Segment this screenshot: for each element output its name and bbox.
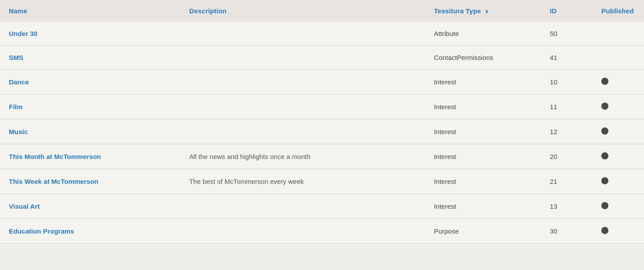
cell-name[interactable]: Education Programs xyxy=(0,219,180,244)
cell-tessitura-type: Interest xyxy=(425,70,541,95)
cell-description xyxy=(180,194,425,219)
cell-description xyxy=(180,219,425,244)
cell-tessitura-type: Interest xyxy=(425,144,541,169)
published-indicator xyxy=(601,177,608,184)
column-header-tessitura-type[interactable]: Tessitura Type ∨ xyxy=(425,0,541,22)
cell-id: 12 xyxy=(541,119,592,144)
table-row[interactable]: Visual ArtInterest13 xyxy=(0,194,644,219)
column-header-id: ID xyxy=(541,0,592,22)
cell-tessitura-type: ContactPermissions xyxy=(425,46,541,70)
cell-name[interactable]: This Month at McTommerson xyxy=(0,144,180,169)
table-row[interactable]: Under 30Attribute50 xyxy=(0,22,644,46)
cell-id: 21 xyxy=(541,169,592,194)
cell-name[interactable]: Dance xyxy=(0,70,180,95)
cell-published xyxy=(592,169,644,194)
cell-published xyxy=(592,22,644,46)
cell-tessitura-type: Interest xyxy=(425,119,541,144)
cell-description: The best of McTommerson every week xyxy=(180,169,425,194)
published-indicator xyxy=(601,103,608,110)
cell-tessitura-type: Interest xyxy=(425,95,541,119)
column-header-name: Name xyxy=(0,0,180,22)
cell-name[interactable]: This Week at McTommerson xyxy=(0,169,180,194)
published-indicator xyxy=(601,227,608,234)
table-row[interactable]: Education ProgramsPurpose30 xyxy=(0,219,644,244)
column-header-description: Description xyxy=(180,0,425,22)
cell-name[interactable]: Under 30 xyxy=(0,22,180,46)
cell-published xyxy=(592,144,644,169)
cell-tessitura-type: Purpose xyxy=(425,219,541,244)
cell-id: 50 xyxy=(541,22,592,46)
cell-id: 30 xyxy=(541,219,592,244)
table-row[interactable]: SMSContactPermissions41 xyxy=(0,46,644,70)
cell-id: 13 xyxy=(541,194,592,219)
cell-published xyxy=(592,46,644,70)
cell-id: 41 xyxy=(541,46,592,70)
table-row[interactable]: This Month at McTommersonAll the news an… xyxy=(0,144,644,169)
table-row[interactable]: DanceInterest10 xyxy=(0,70,644,95)
cell-description xyxy=(180,95,425,119)
published-indicator xyxy=(601,202,608,209)
cell-published xyxy=(592,119,644,144)
cell-published xyxy=(592,219,644,244)
sort-icon: ∨ xyxy=(485,8,489,15)
cell-description xyxy=(180,46,425,70)
data-table: Name Description Tessitura Type ∨ ID Pub… xyxy=(0,0,644,244)
cell-published xyxy=(592,194,644,219)
cell-published xyxy=(592,95,644,119)
table-row[interactable]: MusicInterest12 xyxy=(0,119,644,144)
cell-description xyxy=(180,22,425,46)
table-header-row: Name Description Tessitura Type ∨ ID Pub… xyxy=(0,0,644,22)
column-header-published: Published xyxy=(592,0,644,22)
cell-id: 11 xyxy=(541,95,592,119)
cell-id: 20 xyxy=(541,144,592,169)
published-indicator xyxy=(601,127,608,135)
cell-name[interactable]: Visual Art xyxy=(0,194,180,219)
cell-tessitura-type: Interest xyxy=(425,194,541,219)
cell-published xyxy=(592,70,644,95)
cell-tessitura-type: Interest xyxy=(425,169,541,194)
cell-name[interactable]: SMS xyxy=(0,46,180,70)
cell-description xyxy=(180,119,425,144)
published-indicator xyxy=(601,152,608,159)
cell-tessitura-type: Attribute xyxy=(425,22,541,46)
table-row[interactable]: This Week at McTommersonThe best of McTo… xyxy=(0,169,644,194)
table-row[interactable]: FilmInterest11 xyxy=(0,95,644,119)
cell-name[interactable]: Music xyxy=(0,119,180,144)
cell-description xyxy=(180,70,425,95)
cell-description: All the news and highlights once a month xyxy=(180,144,425,169)
cell-name[interactable]: Film xyxy=(0,95,180,119)
main-table-container: Name Description Tessitura Type ∨ ID Pub… xyxy=(0,0,644,244)
cell-id: 10 xyxy=(541,70,592,95)
published-indicator xyxy=(601,78,608,85)
